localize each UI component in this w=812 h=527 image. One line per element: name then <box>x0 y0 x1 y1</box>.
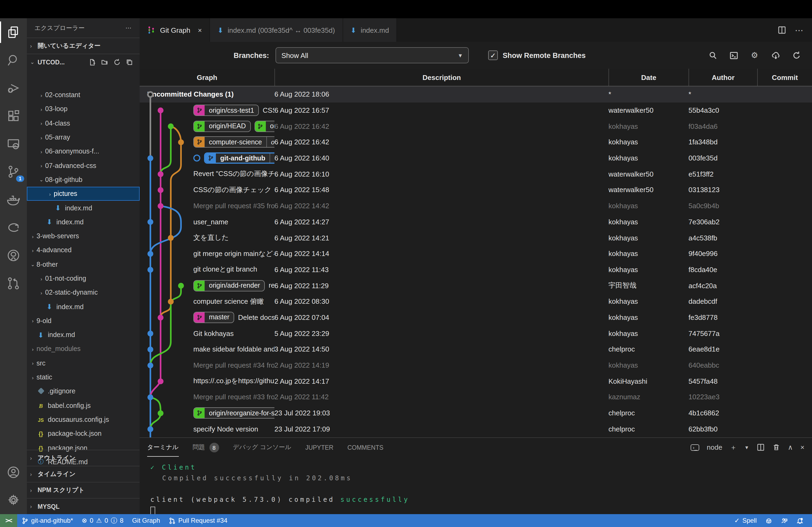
tab-git-graph[interactable]: Git Graph× <box>140 18 210 42</box>
tree-item-05-array[interactable]: ›05-array <box>27 131 140 145</box>
notifications-bell-icon[interactable] <box>792 517 808 524</box>
branch-badge-origin-reorganize-for-summer-curriculum[interactable]: origin/reorganize-for-summer-curriculum <box>193 407 274 419</box>
commit-row-2[interactable]: origin/HEADorigin/masterMerge pull reque… <box>140 118 812 134</box>
pull-request-status[interactable]: Pull Request #34 <box>164 514 232 527</box>
remote-explorer-icon[interactable] <box>0 130 27 158</box>
tree-item-9-old[interactable]: ›9-old <box>27 314 140 328</box>
branch-badge-origin-HEAD[interactable]: origin/HEAD <box>193 120 251 132</box>
branch-badge-master[interactable]: master <box>193 312 234 323</box>
close-icon[interactable]: × <box>198 26 202 34</box>
refresh-icon[interactable] <box>113 58 121 66</box>
commit-row-18[interactable]: https://.co.jpをhttps://github.comに変えた2 A… <box>140 373 812 389</box>
branch-badge-origin-css-test1[interactable]: origin/css-test1 <box>193 105 259 116</box>
tree-item-07-advanced-css[interactable]: ›07-advanced-css <box>27 159 140 173</box>
new-terminal-icon[interactable]: ＋ <box>730 442 737 452</box>
commit-row-9[interactable]: 文を直した6 Aug 2022 14:21kokhayasa4c538fb <box>140 230 812 245</box>
tab-index-md-003fe35d-003fe35d-[interactable]: ⬇index.md (003fe35d^ ↔ 003fe35d) <box>210 18 343 42</box>
tree-item-node-modules[interactable]: ›node_modules <box>27 342 140 356</box>
tree-item-01-not-coding[interactable]: ›01-not-coding <box>27 272 140 286</box>
commit-row-17[interactable]: Merge pull request #34 from ut-code/git-… <box>140 357 812 373</box>
commit-row-5[interactable]: Revert "CSSの節の画像チェック"6 Aug 2022 16:10wat… <box>140 166 812 182</box>
branches-dropdown[interactable]: Show All ▼ <box>276 47 469 63</box>
terminal-dropdown-icon[interactable]: ▼ <box>744 445 749 450</box>
tree-item-04-class[interactable]: ›04-class <box>27 116 140 131</box>
sidebar-more-icon[interactable]: ⋯ <box>126 24 132 32</box>
tree-item-03-loop[interactable]: ›03-loop <box>27 102 140 117</box>
commit-row-21[interactable]: specify Node version23 Jul 2022 17:09che… <box>140 421 812 437</box>
cloud-download-icon[interactable] <box>771 50 780 60</box>
tree-item-index-md[interactable]: ⬇index.md <box>27 300 140 314</box>
pull-request-icon[interactable] <box>0 269 27 297</box>
tab-index-md[interactable]: ⬇index.md <box>343 18 397 42</box>
branch-badge-origin-master[interactable]: origin/master <box>255 120 274 132</box>
git-graph-status[interactable]: Git Graph <box>128 514 164 527</box>
commit-row-1[interactable]: origin/css-test1CSS(フレックスボックスまで)6 Aug 20… <box>140 102 812 118</box>
refresh-icon[interactable] <box>792 50 801 60</box>
tree-item-docusaurus-config-js[interactable]: JSdocusaurus.config.js <box>27 413 140 427</box>
tree-item-pictures[interactable]: ›pictures <box>27 187 140 201</box>
commit-row-19[interactable]: Merge pull request #33 from ut-code/reor… <box>140 389 812 405</box>
commit-row-3[interactable]: computer-scienceorigin誤字6 Aug 2022 16:42… <box>140 134 812 150</box>
tree-item-babel-config-js[interactable]: Bbabel.config.js <box>27 398 140 413</box>
maximize-panel-icon[interactable]: ∧ <box>788 443 793 451</box>
commit-row-15[interactable]: Git kokhayas5 Aug 2022 23:29kokhayas7475… <box>140 326 812 341</box>
commit-row-13[interactable]: computer science 俯瞰6 Aug 2022 08:30kokha… <box>140 293 812 310</box>
panel-tab-COMMENTS[interactable]: COMMENTS <box>347 438 383 457</box>
commit-row-20[interactable]: origin/reorganize-for-summer-curriculum夏… <box>140 405 812 421</box>
sidebar-section-アウトライン[interactable]: ›アウトライン <box>27 450 140 466</box>
commit-row-11[interactable]: git cloneとgit branch6 Aug 2022 11:43kokh… <box>140 261 812 277</box>
tree-item--gitignore[interactable]: .gitignore <box>27 384 140 398</box>
panel-tab-JUPYTER[interactable]: JUPYTER <box>305 438 334 457</box>
tree-item-3-web-servers[interactable]: ›3-web-servers <box>27 229 140 243</box>
commit-row-10[interactable]: git merge origin mainなどを加筆6 Aug 2022 14:… <box>140 246 812 261</box>
new-file-icon[interactable] <box>89 58 96 66</box>
terminal-icon[interactable] <box>729 50 738 60</box>
workspace-section[interactable]: ⌄ UTCOD... <box>27 54 140 70</box>
editor-more-icon[interactable]: ⋯ <box>795 25 803 35</box>
collapse-all-icon[interactable] <box>126 58 133 66</box>
problems-status[interactable]: ⊗ 0 ⚠ 0 ⓘ 8 <box>77 514 128 527</box>
accounts-icon[interactable] <box>0 458 27 486</box>
tree-item-static[interactable]: ›static <box>27 370 140 385</box>
tree-item-src[interactable]: ›src <box>27 356 140 370</box>
panel-tab-デバッグ コンソール[interactable]: デバッグ コンソール <box>233 438 291 457</box>
branch-status[interactable]: git-and-github* <box>17 514 77 527</box>
tree-item-index-md[interactable]: ⬇index.md <box>27 328 140 342</box>
new-folder-icon[interactable] <box>101 58 108 66</box>
tree-item-package-lock-json[interactable]: {}package-lock.json <box>27 427 140 441</box>
explorer-icon[interactable] <box>0 18 27 46</box>
run-debug-icon[interactable] <box>0 74 27 102</box>
terminal-output[interactable]: ✓ Client Compiled successfully in 202.08… <box>140 457 812 516</box>
tree-item-index-md[interactable]: ⬇index.md <box>27 215 140 229</box>
find-icon[interactable] <box>708 50 717 60</box>
github-icon[interactable] <box>0 241 27 269</box>
tree-item-4-advanced[interactable]: ›4-advanced <box>27 243 140 258</box>
spell-status[interactable]: ✓ Spell <box>730 517 761 524</box>
split-editor-icon[interactable] <box>778 26 786 34</box>
search-icon[interactable] <box>0 46 27 74</box>
commit-row-4[interactable]: git-and-githuboriginkokhayas6 Aug 2022 1… <box>140 150 812 166</box>
split-terminal-icon[interactable] <box>757 443 765 451</box>
commit-row-12[interactable]: origin/add-renderrenderのページを編集しました6 Aug … <box>140 278 812 293</box>
settings-icon[interactable] <box>0 486 27 514</box>
tree-item-02-constant[interactable]: ›02-constant <box>27 88 140 102</box>
sidebar-section-タイムライン[interactable]: ›タイムライン <box>27 466 140 482</box>
commit-row-0[interactable]: Uncommitted Changes (1)6 Aug 2022 18:06*… <box>140 86 812 102</box>
close-panel-icon[interactable]: × <box>800 443 804 451</box>
tree-item-06-anonymous-f-[interactable]: ›06-anonymous-f... <box>27 144 140 159</box>
panel-tab-ターミナル[interactable]: ターミナル <box>147 438 178 457</box>
commit-row-6[interactable]: CSSの節の画像チェック6 Aug 2022 15:48waterwalker5… <box>140 182 812 198</box>
docker-icon[interactable] <box>0 186 27 214</box>
branch-badge-computer-science[interactable]: computer-scienceorigin <box>193 137 274 148</box>
feedback-icon[interactable] <box>777 517 792 524</box>
loop-icon[interactable] <box>0 214 27 241</box>
sidebar-section-NPM スクリプト[interactable]: ›NPM スクリプト <box>27 482 140 498</box>
branch-badge-git-and-github[interactable]: git-and-githuborigin <box>204 152 274 164</box>
tree-item-index-md[interactable]: ⬇index.md <box>27 201 140 215</box>
kill-terminal-icon[interactable] <box>772 443 780 451</box>
sidebar-section-MYSQL[interactable]: ›MYSQL <box>27 498 140 514</box>
commit-row-14[interactable]: masterDelete docs/8-other/02-static-dyna… <box>140 310 812 325</box>
octopus-extension-icon[interactable] <box>761 517 777 524</box>
extensions-icon[interactable] <box>0 102 27 130</box>
source-control-icon[interactable]: 1 <box>0 158 27 186</box>
